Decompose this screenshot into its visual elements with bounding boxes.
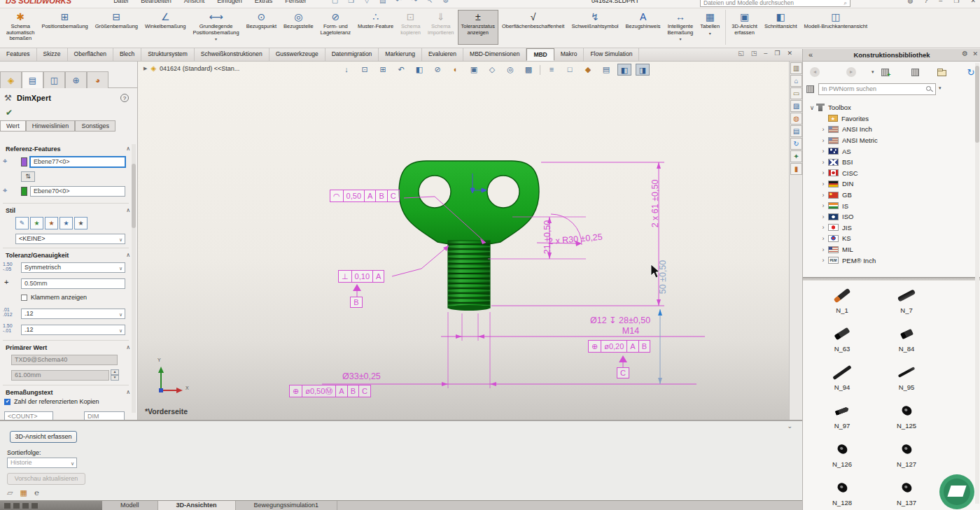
redo-icon[interactable]: ↷	[412, 0, 417, 4]
part-item-n-126[interactable]: N_126	[810, 438, 874, 468]
tree-item-jis[interactable]: ›JIS	[803, 222, 975, 234]
cube-right-icon[interactable]: ◨	[636, 64, 650, 76]
tree-item-cisc[interactable]: ›CISC	[803, 168, 975, 179]
part-item-n-127[interactable]: N_127	[874, 438, 939, 468]
forward-icon[interactable]: ▸	[846, 67, 856, 77]
part-item-n-95[interactable]: N_95	[874, 361, 939, 391]
ribbon-grundlegende-positionsbemaßung[interactable]: ⟷Grundlegende Positionsbemaßung▾	[189, 10, 242, 45]
fcf-perpendicularity[interactable]: ⊥0,10A	[338, 270, 384, 283]
dock-right-icon[interactable]: ◳	[751, 50, 757, 57]
tree-chevron-icon[interactable]: ›	[820, 213, 827, 220]
toolbox-icon[interactable]	[911, 69, 919, 76]
collapse-caret-icon[interactable]: ∧	[126, 389, 130, 395]
dimension-text-preview-1[interactable]: <COUNT>	[4, 411, 53, 420]
tree-item-favorites[interactable]: ★Favorites	[803, 113, 975, 125]
ribbon-oberflächenbeschaffenheit[interactable]: √Oberflächenbeschaffenheit	[498, 10, 568, 45]
tolerance-type-dropdown[interactable]: Symmetrisch	[21, 262, 125, 273]
search-options-caret-icon[interactable]: ▾	[939, 85, 941, 91]
part-tab-icon[interactable]: ◈	[0, 71, 22, 88]
tab-evaluieren[interactable]: Evaluieren	[422, 48, 463, 61]
custom-properties-icon[interactable]: ▤	[790, 125, 802, 137]
reload-icon[interactable]: ↻	[790, 138, 802, 150]
zoom-area-icon[interactable]: ⊞	[376, 64, 390, 76]
section-view-icon[interactable]: ◧	[412, 64, 426, 76]
menu-fenster[interactable]: Fenster	[285, 0, 307, 4]
section-referenz-header[interactable]: Referenz-Features	[6, 146, 61, 153]
new-icon[interactable]: ▢	[332, 0, 338, 4]
part-item-n-128[interactable]: N_128	[810, 476, 874, 507]
stm-view-icon[interactable]: ▦	[20, 488, 27, 497]
tree-item-bsi[interactable]: ›BSI	[803, 157, 975, 168]
capture-3d-view-button[interactable]: 3D-Ansicht erfassen	[10, 431, 77, 443]
menu-einfügen[interactable]: Einfügen	[217, 0, 242, 4]
new-view-icon[interactable]: ▱	[7, 488, 13, 497]
tree-chevron-icon[interactable]: ›	[820, 137, 827, 144]
tree-item-gb[interactable]: ›GB	[803, 190, 975, 201]
tree-item-is[interactable]: ›IS	[803, 200, 975, 211]
fcf-position-hole[interactable]: ⊕ø0,20AB	[588, 340, 650, 353]
reference-field-2[interactable]: Ebene70<0>	[30, 186, 125, 197]
menu-ansicht[interactable]: Ansicht	[184, 0, 205, 4]
doc-tab-bewegungssimulation1[interactable]: Bewegungssimulation1	[236, 501, 338, 510]
part-item-n-1[interactable]: N_1	[810, 284, 874, 314]
precision-dropdown-1[interactable]: .12	[21, 309, 125, 319]
subtab-hinweislinien[interactable]: Hinweislinien	[26, 120, 76, 132]
compare-icon[interactable]: ≡	[545, 64, 559, 76]
tree-chevron-icon[interactable]: ›	[820, 257, 827, 264]
display-tab-icon[interactable]: ◫	[43, 71, 65, 88]
pin-icon[interactable]: ✕	[972, 50, 978, 57]
back-icon[interactable]: ◂	[810, 67, 820, 77]
reference-field-1[interactable]: Ebene77<0>	[30, 157, 125, 167]
collapse-pane-icon[interactable]: ⌄	[787, 423, 792, 430]
tab-mbd[interactable]: MBD	[526, 48, 554, 61]
close-icon[interactable]: ✕	[970, 0, 976, 4]
dropdown-caret-icon[interactable]: ▾	[709, 31, 711, 36]
part-head[interactable]	[399, 161, 539, 246]
tab-gusswerkzeuge[interactable]: Gusswerkzeuge	[270, 48, 326, 61]
cube-left-icon[interactable]: ◧	[617, 64, 631, 76]
tree-chevron-icon[interactable]: ›	[820, 235, 827, 242]
part-item-n-7[interactable]: N_7	[874, 284, 939, 314]
part-item-n-84[interactable]: N_84	[874, 323, 939, 353]
tolerance-value-field[interactable]: 0.50mm	[21, 278, 125, 289]
tab-schweißkonstruktionen[interactable]: Schweißkonstruktionen	[195, 48, 270, 61]
tree-item-ks[interactable]: ›KS	[803, 233, 975, 244]
search-icon[interactable]	[926, 86, 931, 91]
previous-view-icon[interactable]: ↶	[394, 64, 408, 76]
collapse-caret-icon[interactable]: ∧	[126, 252, 130, 258]
tree-item-pem-inch[interactable]: ›PEMPEM® Inch	[803, 255, 975, 266]
tree-item-ansi-metric[interactable]: ›ANSI Metric	[803, 135, 975, 146]
menu-extras[interactable]: Extras	[255, 0, 273, 4]
collapse-caret-icon[interactable]: ∧	[126, 344, 130, 350]
datum-c[interactable]: C	[617, 367, 629, 378]
swap-references-button[interactable]: ⇅	[21, 171, 35, 182]
precision-dropdown-2[interactable]: .12	[21, 325, 125, 335]
zoom-fit-icon[interactable]: ⊡	[358, 64, 372, 76]
undo-icon[interactable]: ↶	[396, 0, 401, 4]
part-hole-left[interactable]	[419, 176, 451, 208]
edrawings-icon[interactable]: ℮	[34, 488, 39, 497]
tree-item-ansi-inch[interactable]: ›ANSI Inch	[803, 124, 975, 135]
dropdown-caret-icon[interactable]: ▾	[679, 36, 681, 41]
tree-chevron-icon[interactable]: ›	[820, 224, 827, 231]
ribbon-modell-bruchkantenansicht[interactable]: ◫Modell-Bruchkantenansicht	[801, 10, 871, 45]
task-toolbox-icon[interactable]: ▥	[790, 62, 802, 74]
ribbon-schweißnahtsymbol[interactable]: ↯Schweißnahtsymbol	[568, 10, 622, 45]
menu-datei[interactable]: Datei	[113, 0, 128, 4]
tree-chevron-icon[interactable]: ›	[820, 159, 827, 166]
tree-item-mil[interactable]: ›MIL	[803, 244, 975, 255]
collapse-caret-icon[interactable]: ∧	[126, 146, 130, 152]
doc-tab-modell[interactable]: Modell	[102, 501, 158, 510]
tree-chevron-icon[interactable]: ›	[820, 202, 827, 209]
annotation-visibility-icon[interactable]: ⊘	[430, 64, 444, 76]
dynamic-annotation-icon[interactable]: ◆	[581, 64, 595, 76]
style-add-icon[interactable]: ★	[30, 217, 43, 229]
display-style-icon[interactable]: ◇	[485, 64, 499, 76]
dock-left-icon[interactable]: ◱	[738, 50, 744, 57]
resources-home-icon[interactable]: ⌂	[790, 75, 802, 87]
section-toleranz-header[interactable]: Toleranz/Genauigkeit	[6, 252, 69, 259]
tab-skizze[interactable]: Skizze	[37, 48, 68, 61]
tab-flow-simulation[interactable]: Flow Simulation	[584, 48, 639, 61]
add-to-library-icon[interactable]	[881, 69, 889, 76]
part-wing-nut[interactable]	[399, 161, 539, 311]
